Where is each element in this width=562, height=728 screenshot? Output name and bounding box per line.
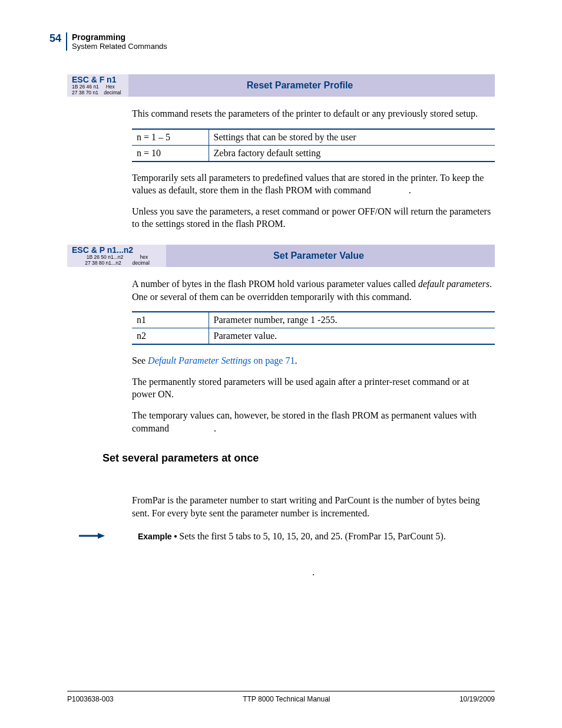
command-title: Set Parameter Value	[166, 251, 495, 261]
table-cell-key: n2	[132, 328, 209, 345]
body-text: Temporarily sets all parameters to prede…	[132, 172, 495, 197]
table-cell-key: n = 1 – 5	[132, 129, 209, 146]
command-title: Reset Parameter Profile	[128, 80, 495, 91]
emphasis: default parameters	[418, 279, 490, 289]
example-text: Sets the first 5 tabs to 5, 10, 15, 20, …	[179, 531, 445, 541]
table-row: n1 Parameter number, range 1 -255.	[132, 312, 495, 328]
table-cell-key: n1	[132, 312, 209, 328]
example-label: Example •	[138, 532, 179, 541]
example-block: Example • Sets the first 5 tabs to 5, 10…	[79, 530, 495, 543]
footer-left: P1003638-003	[67, 695, 114, 703]
table-row: n = 10 Zebra factory default setting	[132, 145, 495, 162]
cross-reference-link[interactable]: Default Parameter Settings on page 71	[148, 355, 295, 365]
body-text: FromPar is the parameter number to start…	[132, 494, 495, 519]
command-header-set: ESC & P n1...n2 1B 26 50 n1...n2 hex 27 …	[67, 245, 495, 267]
parameter-table: n1 Parameter number, range 1 -255. n2 Pa…	[132, 311, 495, 345]
page-header: 54 Programming System Related Commands	[41, 32, 495, 51]
body-text: See Default Parameter Settings on page 7…	[132, 354, 495, 367]
dec-label: decimal	[133, 261, 150, 266]
command-name: ESC & F n1	[72, 75, 125, 84]
dec-code: 27 38 80 n1...n2	[85, 260, 121, 266]
dec-label: decimal	[104, 90, 121, 95]
footer-center: TTP 8000 Technical Manual	[243, 695, 330, 703]
header-title: Programming	[72, 32, 167, 42]
table-row: n = 1 – 5 Settings that can be stored by…	[132, 129, 495, 146]
body-text: The temporary values can, however, be st…	[132, 409, 495, 434]
svg-marker-1	[98, 533, 105, 539]
arrow-right-icon	[79, 530, 103, 539]
body-text: A number of bytes in the flash PROM hold…	[132, 278, 495, 303]
table-cell-value: Settings that can be stored by the user	[209, 129, 495, 146]
table-cell-value: Parameter number, range 1 -255.	[209, 312, 495, 328]
command-name: ESC & P n1...n2	[72, 246, 163, 255]
page-footer: P1003638-003 TTP 8000 Technical Manual 1…	[67, 691, 495, 703]
dec-code: 27 38 70 n1	[72, 90, 98, 95]
footer-right: 10/19/2009	[459, 695, 495, 703]
section-heading: Set several parameters at once	[103, 452, 495, 465]
body-text: The permanently stored parameters will b…	[132, 375, 495, 401]
body-text: This command resets the parameters of th…	[132, 107, 495, 120]
table-cell-value: Zebra factory default setting	[209, 145, 495, 162]
table-cell-key: n = 10	[132, 145, 209, 162]
table-cell-value: Parameter value.	[209, 328, 495, 345]
page-number: 54	[41, 32, 61, 45]
header-subtitle: System Related Commands	[72, 42, 167, 51]
table-row: n2 Parameter value.	[132, 328, 495, 345]
body-text: .	[132, 567, 495, 578]
body-text: Unless you save the parameters, a reset …	[132, 205, 495, 230]
command-header-reset: ESC & F n1 1B 26 46 n1 Hex 27 38 70 n1 d…	[67, 74, 495, 97]
parameter-table: n = 1 – 5 Settings that can be stored by…	[132, 129, 495, 162]
